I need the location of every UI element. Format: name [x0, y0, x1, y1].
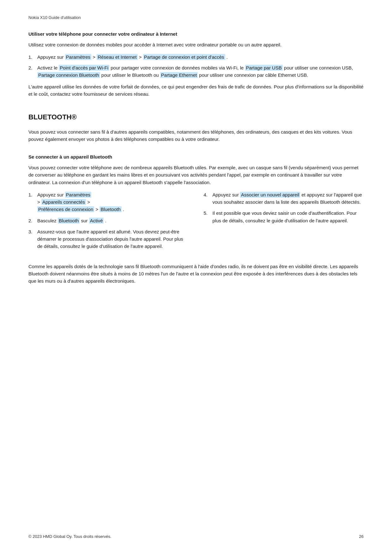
col2-step4-num: 4.: [204, 191, 213, 198]
footer-copyright: © 2023 HMD Global Oy. Tous droits réserv…: [28, 534, 112, 539]
highlight-reseau: Réseau et Internet: [97, 54, 137, 60]
step2-content: Activez le Point d'accès par Wi-Fi pour …: [37, 64, 364, 79]
col1-step2-content: Basculez Bluetooth sur Activé .: [37, 217, 106, 224]
highlight-active: Activé: [89, 218, 104, 224]
section2-closing: Comme les appareils dotés de la technolo…: [28, 263, 364, 285]
col2-list: 4. Appuyez sur Associer un nouvel appare…: [204, 191, 364, 224]
step1-content: Appuyez sur Paramètres > Réseau et Inter…: [37, 53, 364, 61]
steps-col1: 1. Appuyez sur Paramètres > Appareils co…: [28, 191, 189, 254]
highlight-bluetooth-menu: Bluetooth: [100, 206, 121, 212]
section1-step1: 1. Appuyez sur Paramètres > Réseau et In…: [28, 53, 364, 61]
section2-heading: BLUETOOTH®: [28, 113, 364, 121]
two-col-steps: 1. Appuyez sur Paramètres > Appareils co…: [28, 191, 364, 254]
col1-step3-content: Assurez-vous que l'autre appareil est al…: [37, 228, 189, 250]
section1-intro: Utilisez votre connexion de données mobi…: [28, 41, 364, 48]
highlight-partage-usb: Partage par USB: [245, 65, 283, 71]
highlight-point-acces: Point d'accès par Wi-Fi: [59, 65, 109, 71]
highlight-parametres-col1: Paramètres: [65, 192, 92, 198]
col1-step1-content: Appuyez sur Paramètres > Appareils conne…: [37, 191, 124, 213]
highlight-bluetooth-toggle: Bluetooth: [58, 218, 80, 224]
col2-step5-content: Il est possible que vous deviez saisir u…: [213, 209, 364, 224]
col2-step5: 5. Il est possible que vous deviez saisi…: [204, 209, 364, 224]
section1-step2: 2. Activez le Point d'accès par Wi-Fi po…: [28, 64, 364, 79]
page: Nokia X10 Guide d'utilisation Utiliser v…: [0, 0, 392, 554]
header-title: Nokia X10 Guide d'utilisation: [28, 15, 81, 20]
highlight-appareils: Appareils connectés: [41, 199, 86, 205]
steps-col2: 4. Appuyez sur Associer un nouvel appare…: [204, 191, 364, 254]
step2-num: 2.: [28, 64, 37, 71]
highlight-parametres: Paramètres: [65, 54, 92, 60]
section2-intro: Vous pouvez vous connecter sans fil à d'…: [28, 128, 364, 143]
subsection-heading: Se connecter à un appareil Bluetooth: [28, 154, 364, 160]
section1-note: L'autre appareil utilise les données de …: [28, 83, 364, 98]
col1-step2: 2. Basculez Bluetooth sur Activé .: [28, 217, 189, 224]
highlight-partage-bluetooth: Partage connexion Bluetooth: [37, 72, 100, 78]
highlight-associer: Associer un nouvel appareil: [240, 192, 300, 198]
col2-step5-num: 5.: [204, 209, 213, 217]
footer-page-number: 26: [359, 534, 364, 539]
col2-step4-content: Appuyez sur Associer un nouvel appareil …: [213, 191, 364, 206]
highlight-partage-connexion: Partage de connexion et point d'accès: [143, 54, 225, 60]
col1-step1: 1. Appuyez sur Paramètres > Appareils co…: [28, 191, 189, 213]
col2-step4: 4. Appuyez sur Associer un nouvel appare…: [204, 191, 364, 206]
col1-step3: 3. Assurez-vous que l'autre appareil est…: [28, 228, 189, 250]
col1-step2-num: 2.: [28, 217, 37, 224]
page-footer: © 2023 HMD Global Oy. Tous droits réserv…: [28, 534, 364, 539]
section1-title: Utiliser votre téléphone pour connecter …: [28, 31, 364, 37]
col1-list: 1. Appuyez sur Paramètres > Appareils co…: [28, 191, 189, 250]
page-header: Nokia X10 Guide d'utilisation: [28, 15, 364, 20]
step1-num: 1.: [28, 53, 37, 61]
col1-step1-num: 1.: [28, 191, 37, 198]
highlight-preferences: Préférences de connexion: [37, 206, 94, 212]
col1-step3-num: 3.: [28, 228, 37, 235]
section1-steps: 1. Appuyez sur Paramètres > Réseau et In…: [28, 53, 364, 79]
subsection-body: Vous pouvez connecter votre téléphone av…: [28, 164, 364, 186]
highlight-partage-ethernet: Partage Ethernet: [160, 72, 198, 78]
